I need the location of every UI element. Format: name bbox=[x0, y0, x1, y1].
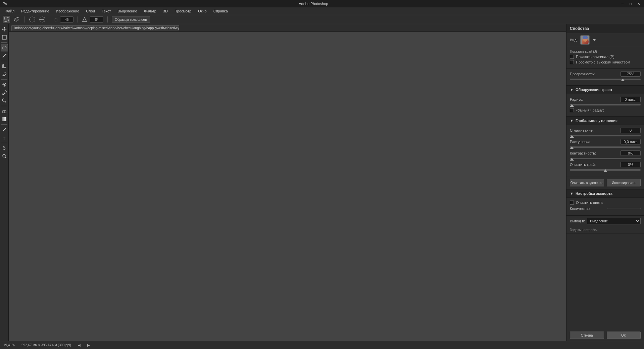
contrast-row: Контрастность: 0% bbox=[570, 150, 641, 156]
select-tool-option-add[interactable] bbox=[13, 16, 20, 23]
amount-row: Количество: bbox=[570, 207, 641, 211]
transparency-slider[interactable] bbox=[570, 79, 641, 80]
artboard-tool[interactable] bbox=[1, 34, 8, 41]
left-toolbar: T bbox=[0, 24, 9, 341]
view-label: Вид: bbox=[570, 38, 578, 42]
radius-label: Радиус: bbox=[570, 97, 583, 101]
minimize-button[interactable]: ─ bbox=[620, 1, 625, 6]
tool-sep-5 bbox=[1, 124, 7, 125]
menu-layers[interactable]: Слои bbox=[83, 8, 98, 14]
shift-edge-row: Очистить край: 0% bbox=[570, 162, 641, 167]
output-select[interactable]: Выделение bbox=[587, 218, 641, 224]
menubar: Файл Редактирование Изображение Слои Тек… bbox=[0, 7, 644, 15]
menu-file[interactable]: Файл bbox=[3, 8, 17, 14]
menu-filter[interactable]: Фильтр bbox=[141, 8, 159, 14]
invert-button[interactable]: Инвертировать bbox=[607, 179, 641, 186]
shift-edge-slider-container bbox=[570, 169, 641, 171]
transparency-value: 75% bbox=[621, 71, 641, 77]
magic-wand-tool[interactable] bbox=[1, 52, 8, 59]
edge-detection-label: Обнаружение краев bbox=[576, 88, 612, 92]
transparency-row: Прозрачность: 75% bbox=[570, 71, 641, 77]
menu-edit[interactable]: Редактирование bbox=[18, 8, 52, 14]
hand-tool[interactable] bbox=[1, 144, 8, 152]
nav-arrow-left[interactable]: ◀ bbox=[78, 343, 81, 347]
show-edge-option[interactable]: Показать край (J) bbox=[570, 50, 641, 53]
cancel-button[interactable]: Отмена bbox=[570, 332, 604, 339]
close-button[interactable]: ✕ bbox=[636, 1, 641, 6]
menu-3d[interactable]: 3D bbox=[160, 8, 170, 14]
tool-sep-1 bbox=[1, 42, 7, 43]
output-label: Вывод в: bbox=[570, 219, 585, 223]
document-tab[interactable]: indoor-shot-young-cheerful-dark-haired-w… bbox=[11, 25, 179, 31]
show-original-label: Показать оригинал (P) bbox=[576, 55, 614, 59]
clone-stamp-tool[interactable] bbox=[1, 97, 8, 104]
zoom-tool[interactable] bbox=[1, 152, 8, 160]
transparency-slider-thumb[interactable] bbox=[621, 79, 625, 81]
high-quality-row: Просмотр с высоким качеством bbox=[570, 60, 641, 64]
select-tool-option-new[interactable] bbox=[3, 16, 10, 23]
feather-label: Растушевка: bbox=[570, 140, 591, 144]
smooth-slider-thumb[interactable] bbox=[570, 135, 574, 138]
feather-slider-thumb[interactable] bbox=[570, 146, 574, 149]
export-settings-header[interactable]: ▼ Настройки экспорта bbox=[566, 189, 644, 198]
healing-brush-tool[interactable] bbox=[1, 81, 8, 88]
brush-tool[interactable] bbox=[1, 89, 8, 96]
nav-arrow-right[interactable]: ▶ bbox=[87, 343, 90, 347]
feather-slider-track bbox=[570, 146, 641, 148]
menu-image[interactable]: Изображение bbox=[53, 8, 82, 14]
amount-slider[interactable] bbox=[607, 208, 641, 209]
ok-button[interactable]: OK bbox=[607, 332, 641, 339]
radius-slider-track bbox=[570, 104, 641, 105]
angle-input[interactable] bbox=[90, 16, 103, 23]
clear-selection-button[interactable]: Очистить выделение bbox=[570, 179, 604, 186]
contrast-slider-thumb[interactable] bbox=[570, 158, 574, 161]
high-quality-checkbox[interactable] bbox=[570, 60, 574, 64]
decontaminate-checkbox[interactable] bbox=[570, 201, 574, 205]
smooth-slider-container bbox=[570, 135, 641, 136]
menu-text[interactable]: Текст bbox=[99, 8, 114, 14]
view-thumbnail[interactable] bbox=[580, 35, 590, 45]
eyedropper-tool[interactable] bbox=[1, 71, 8, 78]
size-input[interactable] bbox=[60, 16, 73, 23]
shift-edge-slider-track bbox=[570, 169, 641, 171]
right-panel: Свойства Вид: bbox=[566, 24, 644, 341]
text-tool[interactable]: T bbox=[1, 134, 8, 141]
edge-detection-section: Радиус: 0 пикс. «Умный» радиус bbox=[566, 94, 644, 117]
radius-slider-thumb[interactable] bbox=[570, 104, 574, 107]
global-refinement-header[interactable]: ▼ Глобальное уточнение bbox=[566, 117, 644, 125]
edge-detection-header[interactable]: ▼ Обнаружение краев bbox=[566, 86, 644, 94]
feather-slider[interactable] bbox=[570, 146, 641, 148]
radius-slider[interactable] bbox=[570, 104, 641, 105]
maximize-button[interactable]: □ bbox=[628, 1, 633, 6]
shift-edge-slider-thumb[interactable] bbox=[603, 169, 607, 172]
crop-tool[interactable] bbox=[1, 62, 8, 70]
pen-tool[interactable] bbox=[1, 126, 8, 133]
contrast-slider[interactable] bbox=[570, 158, 641, 159]
gradient-tool[interactable] bbox=[1, 116, 8, 123]
menu-select[interactable]: Выделение bbox=[115, 8, 140, 14]
view-dropdown-icon[interactable] bbox=[592, 38, 596, 42]
export-settings-collapse-icon: ▼ bbox=[570, 191, 574, 195]
menu-window[interactable]: Окно bbox=[195, 8, 209, 14]
show-original-checkbox[interactable] bbox=[570, 55, 574, 59]
feather-value: 0,0 пикс bbox=[621, 139, 641, 144]
smart-radius-row: «Умный» радиус bbox=[570, 108, 641, 112]
move-tool[interactable] bbox=[1, 26, 8, 33]
menu-help[interactable]: Справка bbox=[211, 8, 231, 14]
global-refinement-section: Сглаживание: 0 Растушевка: 0,0 пикс bbox=[566, 125, 644, 176]
menu-view[interactable]: Просмотр bbox=[172, 8, 194, 14]
options-divider-3 bbox=[78, 16, 78, 23]
transparency-section: Прозрачность: 75% bbox=[566, 69, 644, 86]
tool-sep-6 bbox=[1, 143, 7, 143]
shift-edge-slider[interactable] bbox=[570, 169, 641, 171]
smooth-slider[interactable] bbox=[570, 135, 641, 136]
layer-settings-link[interactable]: Задать настройки bbox=[570, 228, 598, 232]
all-layers-button[interactable]: Образцы всех слоев bbox=[112, 16, 150, 23]
eraser-tool[interactable] bbox=[1, 107, 8, 115]
decontaminate-label: Очистить цвета bbox=[576, 201, 603, 205]
zoom-level: 19,41% bbox=[3, 343, 15, 347]
transparency-slider-container bbox=[570, 79, 641, 80]
smart-radius-checkbox[interactable] bbox=[570, 108, 574, 112]
lasso-tool[interactable] bbox=[1, 44, 8, 51]
tool-sep-2 bbox=[1, 61, 7, 61]
